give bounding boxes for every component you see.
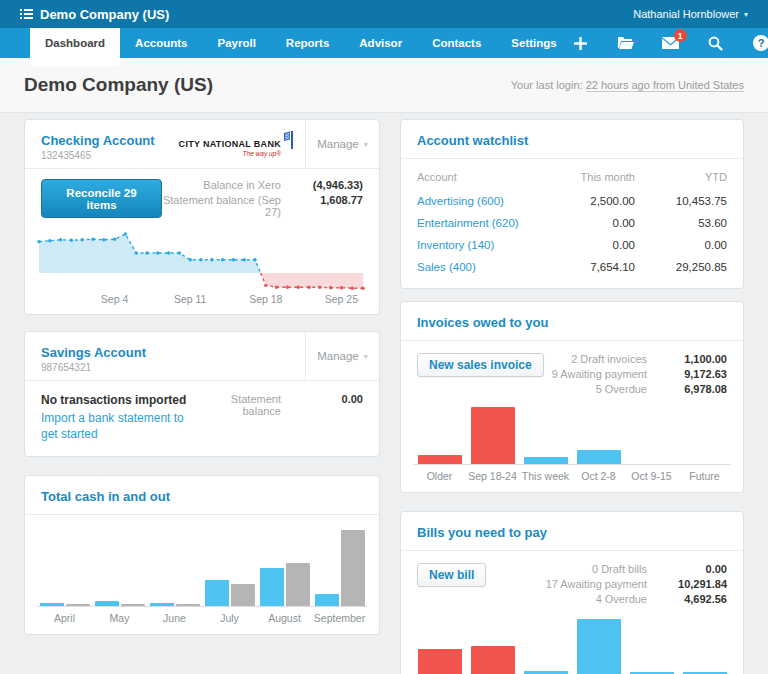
savings-account-card: Savings Account 987654321 Manage ▾ No tr… <box>24 331 380 457</box>
bar-label: May <box>92 612 147 624</box>
bar-june <box>176 604 200 606</box>
savings-manage-dropdown[interactable]: Manage ▾ <box>305 332 379 380</box>
overdue-value: 4,692.56 <box>657 593 727 605</box>
watchlist-account-link[interactable]: Inventory (140) <box>417 239 494 251</box>
col-ytd: YTD <box>635 171 727 183</box>
page-header: Demo Company (US) Your last login: 22 ho… <box>0 58 768 113</box>
awaiting-payment-value: 9,172.63 <box>657 368 727 380</box>
watchlist-ytd: 53.60 <box>635 217 727 229</box>
bar-older <box>418 455 462 464</box>
checking-account-link[interactable]: Checking Account <box>41 133 155 148</box>
watchlist-this-month: 0.00 <box>535 239 635 251</box>
bar-label: This week <box>519 470 572 482</box>
bar-label: Sep 18-24 <box>466 470 519 482</box>
draft-invoices-value: 1,100.00 <box>657 353 727 365</box>
search-icon[interactable] <box>707 34 725 52</box>
help-icon[interactable]: ? <box>752 34 768 52</box>
bar-sep-18-24 <box>471 646 515 674</box>
bar-label: July <box>202 612 257 624</box>
checking-account-number: 132435465 <box>41 150 179 161</box>
bank-name: CITY NATIONAL BANK <box>179 139 281 149</box>
total-cash-card: Total cash in and out AprilMayJuneJulyAu… <box>24 475 380 635</box>
bar-oct-2-8 <box>577 450 621 464</box>
chevron-down-icon: ▾ <box>364 140 368 149</box>
bills-to-pay-card: Bills you need to pay New bill 0 Draft b… <box>400 511 744 674</box>
bar-july <box>231 584 255 606</box>
bar-june <box>150 603 174 606</box>
statement-balance-value: 1,608.77 <box>291 194 363 218</box>
savings-account-link[interactable]: Savings Account <box>41 345 146 360</box>
tab-accounts[interactable]: Accounts <box>120 28 202 58</box>
bar-label: August <box>257 612 312 624</box>
overdue-value: 6,978.08 <box>657 383 727 395</box>
tab-advisor[interactable]: Advisor <box>344 28 417 58</box>
watchlist-this-month: 0.00 <box>535 217 635 229</box>
bar-april <box>40 603 64 606</box>
new-bill-button[interactable]: New bill <box>417 563 486 587</box>
x-tick-label: Sep 4 <box>101 293 129 305</box>
checking-balance-chart: Sep 4Sep 11Sep 18Sep 25 <box>25 222 379 314</box>
files-icon[interactable] <box>617 34 635 52</box>
bar-label: Older <box>413 470 466 482</box>
x-tick-label: Sep 11 <box>174 293 207 305</box>
tab-reports[interactable]: Reports <box>271 28 344 58</box>
bar-september <box>315 594 339 606</box>
total-cash-title[interactable]: Total cash in and out <box>41 489 170 504</box>
top-bar: Demo Company (US) Nathanial Hornblower ▾ <box>0 0 768 28</box>
tab-payroll[interactable]: Payroll <box>202 28 270 58</box>
user-menu[interactable]: Nathanial Hornblower ▾ <box>633 8 748 20</box>
bar-this-week <box>524 457 568 464</box>
org-switcher[interactable]: Demo Company (US) <box>20 7 169 22</box>
balance-in-xero-value: (4,946.33) <box>291 179 363 191</box>
watchlist-account-link[interactable]: Sales (400) <box>417 261 476 273</box>
bar-oct-2-8 <box>577 619 621 674</box>
bar-label: September <box>312 612 367 624</box>
manage-label: Manage <box>317 350 359 362</box>
statement-balance-label: Statement balance (Sep 27) <box>162 194 281 218</box>
watchlist-row: Advertising (600) 2,500.00 10,453.75 <box>417 190 727 212</box>
invoices-owed-card: Invoices owed to you New sales invoice 2… <box>400 301 744 493</box>
bills-title[interactable]: Bills you need to pay <box>417 525 547 540</box>
bar-july <box>205 580 229 606</box>
add-icon[interactable] <box>572 34 590 52</box>
tab-settings[interactable]: Settings <box>496 28 571 58</box>
tab-dashboard[interactable]: Dashboard <box>30 28 120 66</box>
bar-label: April <box>37 612 92 624</box>
checking-account-card: Checking Account 132435465 CITY NATIONAL… <box>24 119 380 315</box>
checking-manage-dropdown[interactable]: Manage ▾ <box>305 120 379 168</box>
watchlist-title[interactable]: Account watchlist <box>417 133 528 148</box>
watchlist-row: Entertainment (620) 0.00 53.60 <box>417 212 727 234</box>
tab-contacts[interactable]: Contacts <box>417 28 496 58</box>
watchlist-account-link[interactable]: Entertainment (620) <box>417 217 519 229</box>
watchlist-this-month: 7,654.10 <box>535 261 635 273</box>
col-this-month: This month <box>535 171 635 183</box>
bar-may <box>95 601 119 607</box>
watchlist-header-row: Account This month YTD <box>417 165 727 190</box>
import-statement-link[interactable]: Import a bank statement to get started <box>41 411 201 442</box>
overdue-label: 4 Overdue <box>546 593 647 605</box>
invoices-title[interactable]: Invoices owed to you <box>417 315 548 330</box>
dashboard-content: Checking Account 132435465 CITY NATIONAL… <box>0 113 768 674</box>
bar-label: Future <box>678 470 731 482</box>
org-list-icon <box>20 9 33 20</box>
x-tick-label: Sep 25 <box>325 293 358 305</box>
overdue-label: 5 Overdue <box>552 383 647 395</box>
awaiting-payment-label: 17 Awaiting payment <box>546 578 647 590</box>
bar-sep-18-24 <box>471 407 515 464</box>
user-name: Nathanial Hornblower <box>633 8 739 20</box>
bar-older <box>418 649 462 674</box>
reconcile-button[interactable]: Reconcile 29 items <box>41 179 162 218</box>
awaiting-payment-value: 10,291.84 <box>657 578 727 590</box>
account-watchlist-card: Account watchlist Account This month YTD… <box>400 119 744 289</box>
awaiting-payment-label: 9 Awaiting payment <box>552 368 647 380</box>
last-login-link[interactable]: 22 hours ago from United States <box>586 79 744 92</box>
balance-in-xero-label: Balance in Xero <box>162 179 281 191</box>
total-cash-chart: AprilMayJuneJulyAugustSeptember <box>25 515 379 634</box>
mail-badge: 1 <box>674 29 687 42</box>
mail-icon[interactable]: 1 <box>662 34 680 52</box>
page-title: Demo Company (US) <box>24 74 213 96</box>
watchlist-account-link[interactable]: Advertising (600) <box>417 195 504 207</box>
new-sales-invoice-button[interactable]: New sales invoice <box>417 353 544 377</box>
watchlist-row: Sales (400) 7,654.10 29,250.85 <box>417 256 727 278</box>
no-transactions-text: No transactions imported <box>41 393 207 407</box>
